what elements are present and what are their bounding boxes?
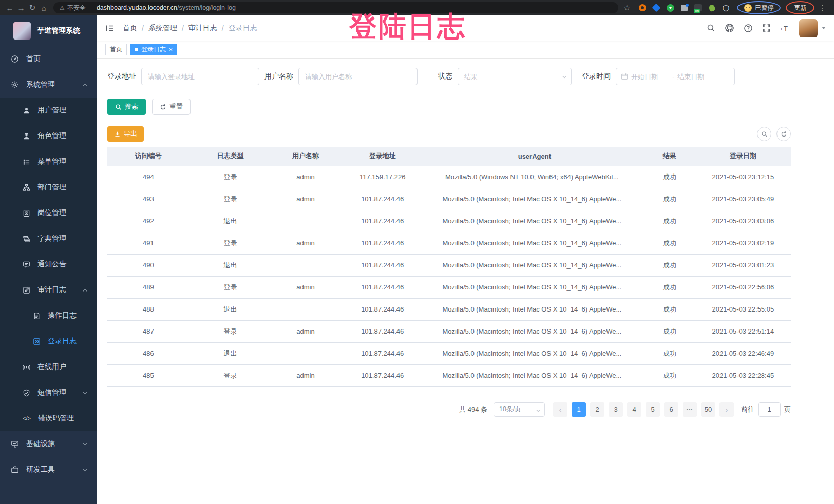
cell-ip: 101.87.244.46: [340, 210, 425, 232]
cell-result: 成功: [644, 166, 695, 188]
cell-result: 成功: [644, 364, 695, 386]
extensions-puzzle-icon[interactable]: ⬡: [722, 4, 730, 12]
table-row: 494登录admin117.159.17.226Mozilla/5.0 (Win…: [107, 166, 791, 188]
page-button[interactable]: 3: [609, 402, 623, 417]
column-header: userAgent: [425, 147, 644, 166]
cell-user: admin: [271, 320, 339, 342]
sidebar-item-online-users[interactable]: 在线用户: [0, 354, 97, 380]
sidebar-item-operation-log[interactable]: 操作日志: [0, 303, 97, 328]
end-date-input[interactable]: [677, 73, 715, 81]
cell-type: 退出: [189, 254, 272, 276]
goto-page-input[interactable]: [758, 402, 781, 417]
browser-update-button[interactable]: 更新: [786, 1, 814, 14]
last-page-button[interactable]: 50: [701, 402, 715, 417]
tag-label: 登录日志: [141, 45, 166, 54]
sidebar-item-role-mgmt[interactable]: 角色管理: [0, 123, 97, 149]
extensions-row: ♥ ⬡: [638, 4, 730, 12]
table-row: 492退出101.87.244.46Mozilla/5.0 (Macintosh…: [107, 210, 791, 232]
breadcrumb-item[interactable]: 首页: [123, 24, 137, 33]
page-button[interactable]: 1: [572, 402, 586, 417]
extension-grid-icon[interactable]: [680, 4, 688, 12]
table-row: 490退出101.87.244.46Mozilla/5.0 (Macintosh…: [107, 254, 791, 276]
user-secret-icon: [23, 132, 30, 140]
reset-button[interactable]: 重置: [152, 99, 191, 115]
sidebar-item-label: 菜单管理: [37, 157, 66, 166]
reload-icon[interactable]: ↻: [27, 3, 38, 12]
sidebar-item-user-mgmt[interactable]: 用户管理: [0, 98, 97, 123]
more-pages-button[interactable]: •••: [683, 402, 697, 417]
table-header-row: 访问编号 日志类型 用户名称 登录地址 userAgent 结果 登录日期: [107, 147, 791, 166]
table-row: 485登录admin101.87.244.46Mozilla/5.0 (Maci…: [107, 364, 791, 386]
page-button[interactable]: 2: [590, 402, 604, 417]
github-icon[interactable]: [725, 23, 734, 33]
sidebar-item-dept-mgmt[interactable]: 部门管理: [0, 175, 97, 200]
show-search-toggle-button[interactable]: [757, 127, 771, 141]
extension-blue-icon[interactable]: [652, 4, 660, 12]
refresh-table-button[interactable]: [776, 127, 791, 141]
bookmark-star-icon[interactable]: ☆: [623, 3, 630, 12]
login-time-range-picker[interactable]: -: [616, 68, 735, 85]
export-button[interactable]: 导出: [107, 126, 144, 142]
help-question-icon[interactable]: [744, 24, 753, 33]
login-address-input[interactable]: [141, 68, 259, 85]
sidebar-item-login-log[interactable]: 登录日志: [0, 328, 97, 354]
extension-plant-icon[interactable]: [708, 4, 716, 12]
user-avatar-menu[interactable]: [799, 19, 826, 37]
fullscreen-icon[interactable]: [762, 24, 771, 32]
page-size-value: 10条/页: [499, 405, 521, 414]
next-page-button[interactable]: ›: [719, 402, 734, 417]
cell-user: [271, 342, 339, 364]
page-button[interactable]: 5: [646, 402, 660, 417]
sidebar-item-sms-mgmt[interactable]: 短信管理: [0, 380, 97, 405]
status-select-input[interactable]: [458, 68, 572, 85]
browser-profile-paused-chip[interactable]: 已暂停: [737, 1, 781, 14]
sidebar-item-home[interactable]: 首页: [0, 46, 97, 72]
sidebar-item-menu-mgmt[interactable]: 菜单管理: [0, 149, 97, 175]
sidebar-item-system-mgmt[interactable]: 系统管理: [0, 72, 97, 98]
extension-orange-icon[interactable]: [638, 4, 647, 12]
sidebar: 芋道管理系统 首页 系统管理 用户管理 角色管理: [0, 15, 97, 504]
back-icon[interactable]: ←: [4, 4, 15, 12]
header-search-icon[interactable]: [707, 24, 715, 32]
browser-menu-icon[interactable]: ⋮: [819, 4, 826, 12]
sidebar-item-dev-tools[interactable]: 研发工具: [0, 457, 97, 482]
cell-type: 退出: [189, 342, 272, 364]
search-button[interactable]: 搜索: [107, 99, 146, 115]
prev-page-button[interactable]: ‹: [553, 402, 567, 417]
sidebar-item-post-mgmt[interactable]: 岗位管理: [0, 200, 97, 226]
cell-ip: 101.87.244.46: [340, 298, 425, 320]
url-bar[interactable]: ⚠ 不安全 dashboard.yudao.iocoder.cn/system/…: [53, 2, 618, 13]
app-logo[interactable]: 芋道管理系统: [0, 15, 97, 46]
cell-id: 493: [107, 188, 189, 210]
font-size-icon[interactable]: TT: [780, 24, 790, 32]
forward-icon[interactable]: →: [15, 4, 27, 12]
sidebar-item-label: 研发工具: [26, 465, 55, 474]
start-date-input[interactable]: [631, 73, 669, 81]
sidebar-toggle-icon[interactable]: [105, 24, 115, 32]
login-log-table: 访问编号 日志类型 用户名称 登录地址 userAgent 结果 登录日期 49…: [107, 147, 791, 387]
cell-user: [271, 254, 339, 276]
not-secure-label: 不安全: [67, 4, 86, 12]
status-select[interactable]: [458, 68, 572, 85]
page-size-select[interactable]: 10条/页: [494, 402, 545, 417]
sidebar-item-errorcode-mgmt[interactable]: </> 错误码管理: [0, 405, 97, 431]
close-icon[interactable]: ×: [169, 46, 173, 53]
breadcrumb-item[interactable]: 系统管理: [148, 24, 177, 33]
page-button[interactable]: 4: [627, 402, 641, 417]
tag-login-log[interactable]: 登录日志 ×: [130, 44, 177, 55]
page-button[interactable]: 6: [664, 402, 678, 417]
column-header: 结果: [644, 147, 695, 166]
sidebar-item-infrastructure[interactable]: 基础设施: [0, 431, 97, 457]
tag-home[interactable]: 首页: [105, 44, 127, 55]
url-path: /system/log/login-log: [177, 4, 236, 11]
cell-type: 退出: [189, 210, 272, 232]
extension-on-badge-icon[interactable]: [694, 4, 702, 12]
sidebar-item-audit-log[interactable]: 审计日志: [0, 277, 97, 303]
home-icon[interactable]: ⌂: [38, 4, 49, 12]
update-label: 更新: [794, 4, 806, 12]
sidebar-item-dict-mgmt[interactable]: 字典管理: [0, 226, 97, 251]
sidebar-item-notice[interactable]: 通知公告: [0, 251, 97, 277]
breadcrumb-item[interactable]: 审计日志: [188, 24, 217, 33]
extension-green-heart-icon[interactable]: ♥: [666, 4, 674, 12]
username-input[interactable]: [298, 68, 418, 85]
